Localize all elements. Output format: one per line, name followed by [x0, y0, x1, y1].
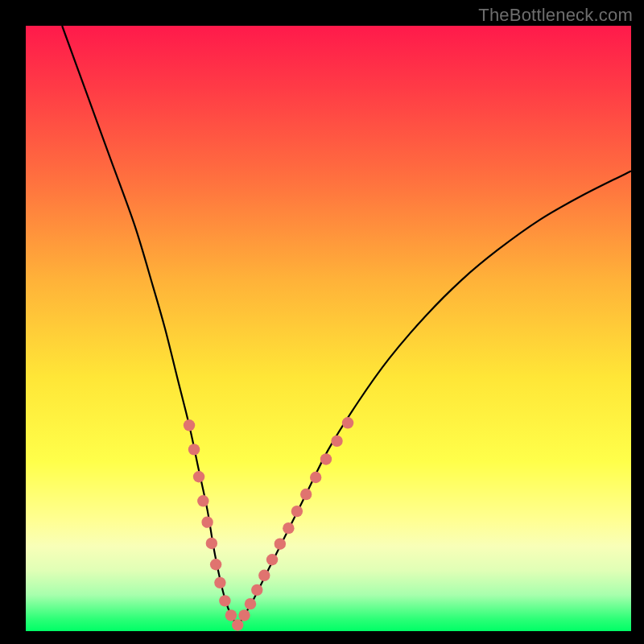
plot-area — [26, 26, 631, 631]
marker-dot — [201, 516, 213, 527]
marker-dot — [283, 522, 294, 534]
marker-dot — [214, 577, 225, 588]
marker-dot — [291, 506, 303, 517]
curve-svg — [26, 26, 631, 631]
marker-dot — [225, 609, 237, 621]
marker-dot — [193, 471, 204, 482]
marker-dot — [238, 609, 250, 621]
marker-dot — [320, 453, 332, 464]
marker-dot — [245, 598, 256, 609]
marker-dot — [206, 538, 217, 549]
marker-dot — [342, 417, 353, 428]
marker-dot — [184, 419, 195, 431]
marker-dot — [210, 559, 221, 570]
marker-dot — [331, 436, 342, 447]
marker-dot — [300, 489, 312, 500]
outer-frame: TheBottleneck.com — [0, 0, 644, 644]
marker-dot — [219, 595, 230, 606]
marker-dot — [251, 584, 262, 596]
marker-dot — [275, 539, 286, 550]
marker-dot — [258, 570, 270, 581]
marker-dot — [197, 495, 208, 506]
marker-dot — [232, 619, 243, 630]
marker-dot — [266, 554, 278, 565]
marker-dot — [310, 472, 321, 483]
bottleneck-curve-path — [62, 26, 631, 625]
watermark-text: TheBottleneck.com — [478, 5, 633, 26]
marker-dot — [188, 444, 200, 455]
